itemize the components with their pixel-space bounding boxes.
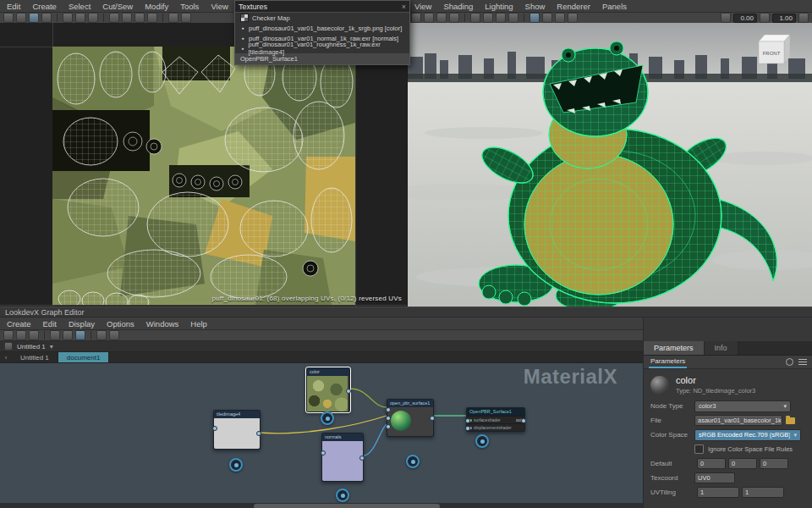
menu-view[interactable]: View [211,2,228,11]
input-port[interactable] [386,424,391,429]
toolbar-icon[interactable] [424,13,434,23]
node-open-pbr-surface1[interactable]: open_pbr_surface1 [387,399,434,437]
toolbar-icon[interactable] [16,13,26,23]
colorspace-dropdown[interactable]: sRGB Encoded Rec.709 (sRGB) ▾ [694,429,801,441]
tab-back-icon[interactable]: ‹ [0,352,12,362]
menu-item-roughness[interactable]: ● puff_dinosaur01_var01_roughness_1k_raw… [235,43,409,53]
menu-renderer[interactable]: Renderer [557,2,590,11]
toolbar-icon[interactable] [3,13,14,23]
menu-view[interactable]: View [414,2,431,11]
menu-edit[interactable]: Edit [43,319,57,329]
menu-display[interactable]: Display [69,319,95,329]
toolbar-icon[interactable] [29,330,39,340]
toolbar-icon[interactable] [436,13,447,23]
toolbar-icon[interactable] [542,13,552,23]
graph-hscrollbar[interactable] [0,503,643,508]
toolbar-icon[interactable] [470,13,480,23]
toolbar-icon[interactable] [496,13,506,23]
input-port[interactable] [386,407,391,412]
toolbar-icon[interactable] [41,13,52,23]
toolbar-icon[interactable] [168,13,178,23]
input-port[interactable] [321,450,326,456]
node-openpbr-surface-material[interactable]: OpenPBR_Surface1 surfaceshader displacem… [466,407,525,432]
menu-windows[interactable]: Windows [146,319,179,329]
toolbar-icon[interactable] [134,13,145,23]
output-port[interactable] [430,416,435,421]
node-graph-canvas[interactable]: MaterialX tiledimage4 color normals [0,363,643,503]
output-port[interactable] [346,389,351,394]
toolbar-icon[interactable] [449,13,459,23]
browse-folder-icon[interactable] [786,417,795,424]
uvtiling-v-field[interactable]: 1 [742,487,784,498]
doc-tab-document1[interactable]: document1 [58,352,110,362]
toolbar-icon[interactable] [3,330,14,340]
menu-edit[interactable]: Edit [7,2,20,11]
toolbar-icon[interactable] [483,13,493,23]
toolbar-icon[interactable] [555,13,565,23]
node-preview-badge[interactable] [475,434,489,448]
input-port[interactable] [212,426,217,431]
scrollbar-handle[interactable] [254,504,440,508]
toolbar-icon[interactable] [16,330,26,340]
menu-modify[interactable]: Modify [145,2,168,11]
default-b-field[interactable]: 0 [760,458,788,469]
ignore-colorspace-checkbox[interactable] [694,444,704,454]
toolbar-icon[interactable] [508,13,518,23]
exposure-field[interactable]: 0.00 [733,14,757,23]
node-preview-badge[interactable] [336,489,349,502]
menu-help[interactable]: Help [190,319,207,329]
output-port[interactable] [359,456,365,461]
node-tiledimage4[interactable]: tiledimage4 [213,410,261,450]
texcoord-field[interactable]: UV0 [694,472,735,483]
file-path-field[interactable]: asaur01_var01_basecolor_1k_srgb.png [694,415,782,426]
tab-caret-icon[interactable]: ▾ [50,343,53,351]
node-color[interactable]: color [306,367,350,412]
toolbar-icon[interactable] [63,13,73,23]
input-port[interactable] [386,416,391,421]
lookdevx-titlebar[interactable]: LookdevX Graph Editor [0,306,812,318]
menu-create[interactable]: Create [7,319,31,329]
viewport-canvas[interactable]: FRONT [408,23,812,306]
input-port[interactable] [465,426,470,431]
toolbar-icon[interactable] [109,13,119,23]
menu-lighting[interactable]: Lighting [485,2,513,11]
gamma-icon[interactable] [760,13,770,23]
tab-grid-icon[interactable] [4,342,13,351]
toolbar-icon[interactable] [96,330,107,340]
toolbar-icon[interactable] [50,330,60,340]
menu-shading[interactable]: Shading [443,2,473,11]
gamma-field[interactable]: 1.00 [772,14,796,23]
tab-info[interactable]: Info [705,341,738,355]
output-port[interactable] [256,431,261,436]
viewcube-front-label[interactable]: FRONT [763,51,781,56]
toolbar-icon[interactable] [88,13,98,23]
menu-options[interactable]: Options [107,319,134,329]
node-preview-badge[interactable] [229,458,243,472]
menu-item-basecolor[interactable]: ● puff_dinosaur01_var01_basecolor_1k_srg… [235,23,409,33]
toolbar-icon[interactable] [181,13,191,23]
panel-tab-untitled[interactable]: Untitled 1 [17,343,46,351]
toolbar-icon[interactable] [411,13,421,23]
subtab-parameters[interactable]: Parameters [649,356,687,368]
toolbar-icon[interactable] [147,13,157,23]
menu-tools[interactable]: Tools [180,2,199,11]
toolbar-icon[interactable] [63,330,73,340]
menu-panels[interactable]: Panels [602,2,627,11]
pin-icon[interactable] [786,358,793,366]
node-preview-badge[interactable] [406,455,420,468]
menu-create[interactable]: Create [32,2,57,11]
exposure-icon[interactable] [721,13,731,23]
toolbar-icon[interactable] [568,13,578,23]
doc-tab-untitled[interactable]: Untitled 1 [12,352,58,362]
tab-parameters[interactable]: Parameters [644,341,705,355]
output-port[interactable] [521,418,526,423]
menu-select[interactable]: Select [69,2,91,11]
node-preview-badge[interactable] [321,411,334,425]
toolbar-icon[interactable] [109,330,119,340]
input-port[interactable] [465,418,470,423]
uvtiling-u-field[interactable]: 1 [697,487,739,498]
textures-filter-field[interactable]: Textures × [235,1,409,13]
uv-editor-canvas[interactable]: puff_dinosaur01: (68) overlapping UVs, (… [0,23,407,306]
toolbar-icon[interactable] [29,13,39,23]
menu-show[interactable]: Show [525,2,546,11]
